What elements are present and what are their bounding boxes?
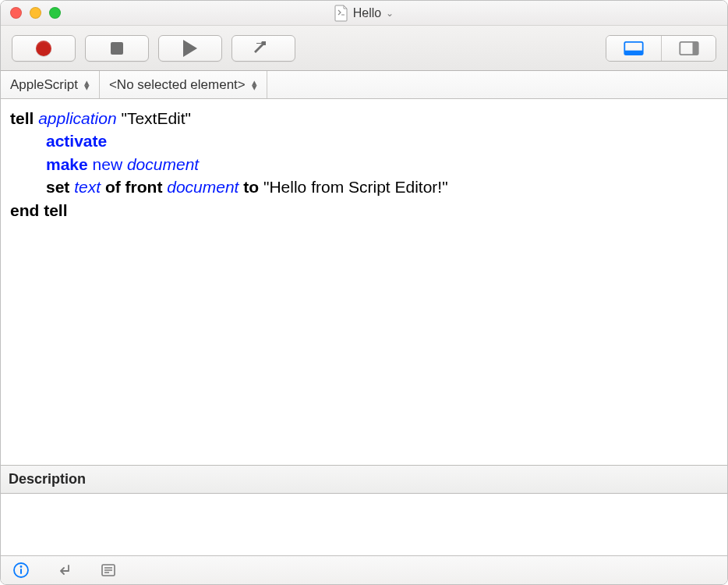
minimize-window-button[interactable] [30, 7, 41, 19]
string-literal: "Hello from Script Editor!" [263, 178, 448, 196]
status-bar [1, 556, 727, 584]
window-title: Hello [353, 6, 381, 20]
close-window-button[interactable] [10, 7, 22, 19]
run-button[interactable] [158, 35, 222, 62]
compile-button[interactable] [231, 35, 295, 62]
description-label: Description [9, 471, 86, 488]
zoom-window-button[interactable] [49, 7, 61, 19]
stop-icon [111, 42, 123, 55]
language-selector[interactable]: AppleScript ▴▾ [1, 71, 100, 98]
bottom-pane-icon [624, 41, 644, 55]
title-chevron-icon: ⌄ [386, 8, 394, 19]
show-bottom-pane-button[interactable] [606, 36, 661, 61]
navigator-selector[interactable]: <No selected element> ▴▾ [100, 71, 267, 98]
svg-rect-3 [692, 41, 698, 54]
description-header[interactable]: Description [1, 466, 727, 494]
updown-icon: ▴▾ [84, 80, 90, 90]
class-ref: text [74, 178, 101, 196]
class-ref: document [167, 178, 239, 196]
kw: to [243, 178, 259, 196]
code-line: activate [10, 129, 718, 152]
view-segment [606, 35, 716, 62]
show-side-panel-button[interactable] [661, 36, 716, 61]
record-icon [36, 41, 51, 56]
code-line: make new document [10, 153, 718, 176]
svg-point-5 [20, 566, 23, 568]
code-line: tell application "TextEdit" [10, 107, 718, 129]
info-button[interactable] [12, 561, 30, 580]
traffic-lights [10, 7, 61, 19]
side-panel-icon [679, 41, 699, 55]
kw: end tell [10, 201, 68, 219]
command: make [46, 155, 88, 173]
record-button[interactable] [12, 35, 76, 62]
document-icon [334, 5, 348, 22]
navigator-label: <No selected element> [109, 77, 246, 93]
class-ref: document [127, 155, 199, 173]
result-pane-button[interactable] [55, 561, 74, 580]
code-line: end tell [10, 199, 718, 222]
description-body[interactable] [1, 494, 727, 556]
param: new [93, 155, 123, 173]
hammer-icon [253, 38, 274, 58]
language-label: AppleScript [10, 77, 78, 93]
kw: set [46, 178, 69, 196]
selector-bar: AppleScript ▴▾ <No selected element> ▴▾ [1, 71, 727, 99]
log-pane-button[interactable] [99, 561, 118, 580]
titlebar: Hello ⌄ [1, 1, 727, 26]
kw: of front [105, 178, 162, 196]
kw: tell [10, 109, 34, 127]
updown-icon: ▴▾ [252, 80, 257, 90]
log-icon [100, 562, 117, 579]
code-line: set text of front document to "Hello fro… [10, 176, 718, 198]
window-title-area: Hello ⌄ [1, 5, 727, 22]
class-ref: application [38, 109, 116, 127]
command: activate [46, 132, 107, 150]
svg-rect-6 [20, 569, 22, 574]
toolbar [1, 26, 727, 71]
script-editor[interactable]: tell application "TextEdit" activate mak… [1, 99, 727, 466]
info-icon [12, 562, 30, 579]
svg-rect-1 [624, 50, 642, 54]
string-literal: "TextEdit" [121, 109, 191, 127]
return-arrow-icon [56, 562, 73, 579]
stop-button[interactable] [85, 35, 149, 62]
play-icon [183, 40, 197, 57]
